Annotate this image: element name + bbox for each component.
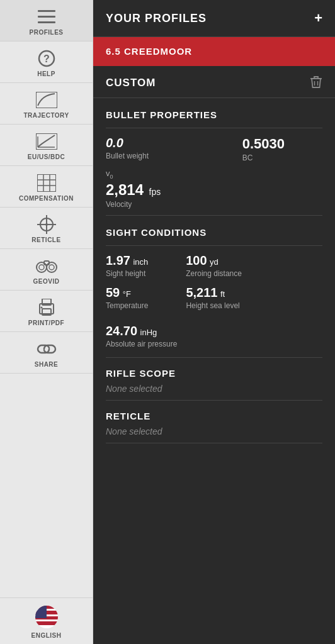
- sidebar-label-help: HELP: [37, 70, 55, 77]
- add-profile-button[interactable]: +: [314, 11, 322, 25]
- sight-height-value-container: 1.97 inch: [106, 253, 148, 268]
- sidebar-item-compensation[interactable]: COMPENSATION: [0, 166, 93, 208]
- language-label: ENGLISH: [31, 632, 62, 639]
- bc-item: 0.5030 BC: [242, 136, 285, 162]
- bullet-weight-item: 0.0 Bullet weight: [106, 136, 149, 162]
- sidebar-item-reticle[interactable]: RETICLE: [0, 208, 93, 249]
- sidebar-label-trajectory: TRAJECTORY: [23, 112, 69, 119]
- menu-icon: [35, 8, 58, 26]
- bullet-weight-value: 0.0: [106, 136, 149, 150]
- content-body: BULLET PROPERTIES 0.0 Bullet weight 0.50…: [93, 98, 335, 443]
- velocity-value-container: 2,814 fps: [106, 181, 322, 199]
- svg-point-24: [40, 307, 42, 309]
- sidebar-item-share[interactable]: SHARE: [0, 332, 93, 374]
- svg-rect-1: [38, 16, 55, 18]
- bullet-properties-header: BULLET PROPERTIES: [106, 98, 322, 128]
- rifle-scope-value: None selected: [106, 384, 322, 394]
- profile-bar[interactable]: 6.5 CREEDMOOR: [93, 37, 335, 66]
- temperature-value-container: 59 °F: [106, 286, 148, 300]
- trajectory-icon: [35, 91, 58, 109]
- svg-point-19: [39, 265, 44, 270]
- rifle-scope-title: RIFLE SCOPE: [106, 368, 322, 379]
- svg-rect-7: [37, 174, 56, 192]
- svg-point-16: [37, 262, 47, 272]
- grid-icon: [35, 174, 58, 192]
- svg-point-17: [47, 262, 57, 272]
- temperature-height-row: 59 °F Temperature 5,211 ft Height sea le…: [106, 278, 322, 316]
- svg-text:?: ?: [43, 53, 50, 64]
- air-pressure-label: Absolute air pressure: [106, 340, 322, 348]
- sight-conditions-header: SIGHT CONDITIONS: [106, 216, 322, 246]
- svg-rect-2: [38, 21, 55, 23]
- sidebar-label-geovid: GEOVID: [33, 278, 60, 285]
- language-section[interactable]: ENGLISH: [0, 597, 93, 644]
- profile-name: 6.5 CREEDMOOR: [106, 46, 192, 57]
- main-content: YOUR PROFILES + 6.5 CREEDMOOR CUSTOM BUL…: [93, 0, 335, 644]
- air-pressure-row: 24.70 inHg Absolute air pressure: [106, 316, 322, 358]
- sidebar-item-help[interactable]: ? HELP: [0, 42, 93, 83]
- velocity-row: v0 2,814 fps Velocity: [106, 162, 322, 209]
- eu-us-bdc-icon: [35, 132, 58, 151]
- sidebar-item-geovid[interactable]: GEOVID: [0, 249, 93, 291]
- sidebar-item-trajectory[interactable]: TRAJECTORY: [0, 83, 93, 125]
- sight-height-zeroing-row: 1.97 inch Sight height 100 yd Zeroing di…: [106, 246, 322, 278]
- velocity-label: Velocity: [106, 200, 322, 209]
- svg-point-15: [45, 223, 48, 226]
- profile-section-header: CUSTOM: [93, 66, 335, 98]
- delete-profile-button[interactable]: [310, 75, 322, 91]
- temperature-label: Temperature: [106, 301, 148, 310]
- velocity-value: 2,814: [106, 181, 144, 198]
- header-title: YOUR PROFILES: [106, 12, 207, 25]
- zeroing-distance-label: Zeroing distance: [186, 269, 242, 278]
- sidebar-label-compensation: COMPENSATION: [19, 195, 74, 202]
- reticle-value: None selected: [106, 426, 322, 436]
- reticle-title: RETICLE: [106, 411, 322, 421]
- bullet-weight-label: Bullet weight: [106, 152, 149, 160]
- sidebar-item-print-pdf[interactable]: PRINT/PDF: [0, 291, 93, 332]
- bullet-weight-bc-row: 0.0 Bullet weight 0.5030 BC: [106, 128, 322, 162]
- sidebar-label-profiles: PROFILES: [29, 29, 63, 36]
- rifle-scope-section[interactable]: RIFLE SCOPE None selected: [106, 358, 322, 401]
- height-sea-item: 5,211 ft Height sea level: [186, 286, 239, 310]
- sidebar: PROFILES ? HELP TRAJECTORY: [0, 0, 93, 644]
- temperature-item: 59 °F Temperature: [106, 286, 148, 310]
- sidebar-label-print-pdf: PRINT/PDF: [28, 319, 64, 326]
- bc-label: BC: [242, 153, 285, 162]
- crosshair-icon: [35, 215, 58, 234]
- flag-icon: [35, 606, 58, 628]
- sidebar-label-eu-us-bdc: EU/US/BDC: [28, 153, 65, 160]
- sidebar-label-share: SHARE: [35, 361, 59, 368]
- sight-height-item: 1.97 inch Sight height: [106, 253, 148, 278]
- velocity-unit: fps: [149, 187, 161, 197]
- header: YOUR PROFILES +: [93, 0, 335, 37]
- height-sea-value-container: 5,211 ft: [186, 286, 239, 300]
- v0-v-text: v0: [106, 169, 113, 178]
- height-sea-label: Height sea level: [186, 301, 239, 310]
- svg-point-20: [49, 265, 54, 270]
- air-pressure-value-container: 24.70 inHg: [106, 324, 322, 338]
- sidebar-label-reticle: RETICLE: [31, 236, 60, 243]
- sidebar-item-eu-us-bdc[interactable]: EU/US/BDC: [0, 125, 93, 166]
- profile-section-title: CUSTOM: [106, 77, 156, 89]
- bc-value: 0.5030: [242, 136, 285, 152]
- sidebar-item-profiles[interactable]: PROFILES: [0, 0, 93, 42]
- print-icon: [35, 298, 58, 317]
- v0-label: v0: [106, 169, 322, 180]
- binoculars-icon: [35, 257, 58, 275]
- svg-rect-0: [38, 10, 55, 12]
- zeroing-distance-value-container: 100 yd: [186, 253, 242, 268]
- sight-height-label: Sight height: [106, 269, 148, 278]
- link-icon: [35, 340, 58, 358]
- reticle-section[interactable]: RETICLE None selected: [106, 401, 322, 443]
- question-icon: ?: [35, 49, 58, 68]
- zeroing-distance-item: 100 yd Zeroing distance: [186, 253, 242, 278]
